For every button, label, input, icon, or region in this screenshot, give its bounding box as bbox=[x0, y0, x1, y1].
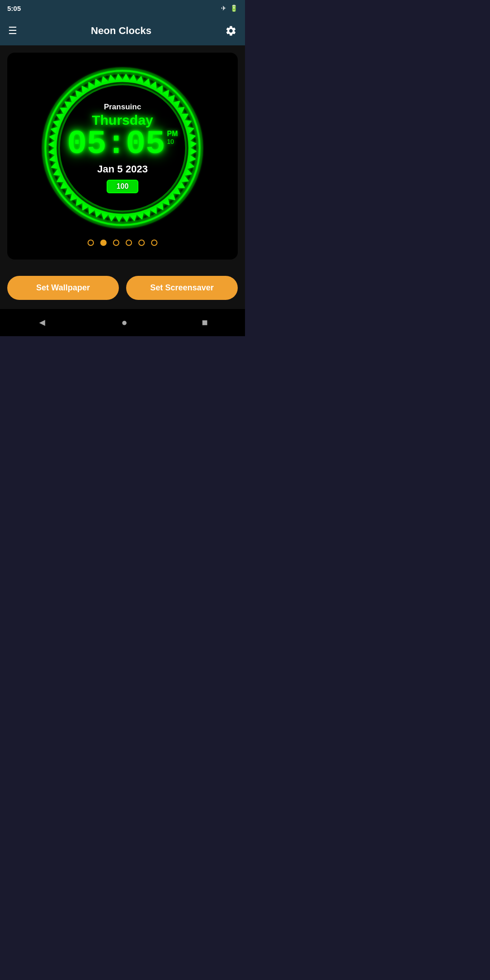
recents-button[interactable]: ■ bbox=[202, 317, 208, 328]
clock-ampm-sec: PM 10 bbox=[167, 130, 178, 145]
clock-ampm: PM bbox=[167, 130, 178, 138]
clock-date: Jan 5 2023 bbox=[97, 163, 147, 175]
set-screensaver-button[interactable]: Set Screensaver bbox=[126, 276, 238, 300]
clock-circle: Pransuinc Thursday 05:05 PM 10 Jan 5 202… bbox=[41, 66, 204, 230]
clock-battery: 100 bbox=[107, 180, 139, 193]
carousel-dots bbox=[88, 240, 157, 246]
battery-icon: 🔋 bbox=[230, 5, 238, 12]
clock-time-row: 05:05 PM 10 bbox=[67, 128, 178, 161]
clock-time: 05:05 bbox=[67, 128, 165, 161]
clock-seconds: 10 bbox=[167, 138, 174, 145]
status-bar: 5:05 ✈ 🔋 bbox=[0, 0, 245, 16]
carousel-dot-3[interactable] bbox=[126, 240, 132, 246]
buttons-row: Set Wallpaper Set Screensaver bbox=[0, 267, 245, 309]
clock-brand: Pransuinc bbox=[104, 103, 141, 112]
carousel-dot-2[interactable] bbox=[113, 240, 119, 246]
set-wallpaper-button[interactable]: Set Wallpaper bbox=[7, 276, 119, 300]
home-button[interactable]: ● bbox=[122, 317, 127, 328]
carousel-dot-5[interactable] bbox=[151, 240, 157, 246]
settings-icon[interactable] bbox=[225, 25, 237, 37]
carousel-dot-1[interactable] bbox=[100, 240, 107, 246]
clock-inner: Pransuinc Thursday 05:05 PM 10 Jan 5 202… bbox=[67, 103, 178, 193]
nav-bar: ◄ ● ■ bbox=[0, 309, 245, 336]
carousel-dot-0[interactable] bbox=[88, 240, 94, 246]
airplane-icon: ✈ bbox=[221, 5, 226, 12]
back-button[interactable]: ◄ bbox=[37, 317, 47, 328]
status-icons: ✈ 🔋 bbox=[221, 5, 238, 12]
app-title: Neon Clocks bbox=[91, 25, 151, 37]
carousel-dot-4[interactable] bbox=[138, 240, 145, 246]
status-time: 5:05 bbox=[7, 5, 21, 12]
menu-icon[interactable]: ☰ bbox=[8, 25, 17, 37]
clock-card[interactable]: Pransuinc Thursday 05:05 PM 10 Jan 5 202… bbox=[7, 53, 238, 260]
main-content: Pransuinc Thursday 05:05 PM 10 Jan 5 202… bbox=[0, 45, 245, 267]
app-bar: ☰ Neon Clocks bbox=[0, 16, 245, 45]
